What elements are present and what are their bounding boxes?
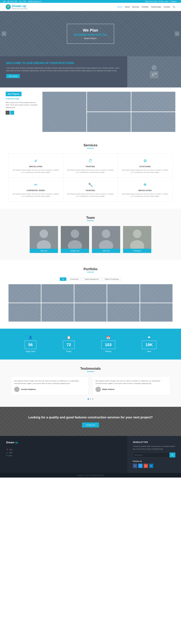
- testimonial-dot-1[interactable]: [88, 398, 89, 400]
- address-icon: 📍: [6, 449, 8, 451]
- team-photo-3: [92, 226, 120, 249]
- testimonial-card-2: Nam aliquam pretium feugiat. Duis sem es…: [93, 377, 170, 395]
- nav-about[interactable]: About: [125, 6, 130, 8]
- project-label: Project: [63, 350, 75, 352]
- stuccoing-icon: ⚙: [142, 158, 148, 164]
- nav-portfolio[interactable]: Portfolio: [142, 6, 149, 8]
- testimonial-pagination: [11, 398, 170, 400]
- logo-icon: 👷: [6, 4, 11, 10]
- team-member-name-3: John Lee: [103, 250, 109, 252]
- topbar-holidays[interactable]: Holidays: [171, 0, 177, 2]
- stat-meeting: 📅 103 Meeting: [101, 336, 115, 352]
- twitter-button[interactable]: t: [138, 464, 143, 468]
- member-1-photo: [30, 226, 58, 249]
- carpentry-icon: ✏: [33, 182, 39, 188]
- service-card-4: ✏ CARPENTRY WORK Nam aliquam pretium feu…: [9, 178, 63, 202]
- team-divider: [87, 220, 94, 221]
- facebook-button[interactable]: f: [133, 464, 137, 468]
- footer-address-text: XXX: [9, 449, 12, 450]
- topbar-hours[interactable]: Open Hours: Mon - Fri 8am - 6pm: [145, 0, 169, 2]
- social-links: f t g+ in: [133, 464, 175, 468]
- contact-button[interactable]: Contact Us: [82, 422, 99, 428]
- team-card-info-4: Thompson: [123, 249, 151, 253]
- portfolio-item-5: [140, 284, 173, 302]
- portfolio-item-7: [41, 303, 74, 322]
- testimonial-author-2: Walter Ashlock: [95, 387, 167, 392]
- service-title-1: BRICKLAYING: [12, 166, 60, 168]
- team-member-2: Joseph Lee: [61, 226, 89, 253]
- hero-slider: ‹ We Plan WE WORK HARD FOR YOU Smart Cho…: [0, 11, 181, 56]
- author-avatar-2: [95, 387, 101, 392]
- logo-sub: Dream up for your home: [12, 8, 27, 10]
- ideas-icon: ❤: [142, 336, 156, 340]
- top-bar-left: Call : +86 / 552 / 655 Fax : 555 info@ex…: [3, 0, 43, 2]
- service-title-4: CARPENTRY WORK: [12, 190, 60, 192]
- topbar-email[interactable]: info@example.com: [28, 0, 41, 2]
- projects-prev-button[interactable]: ‹: [6, 111, 10, 115]
- hero-tagline: Smart Choice !: [74, 37, 107, 40]
- filter-supply[interactable]: Supply Management: [82, 278, 101, 281]
- bricklaying-icon: ✔: [33, 158, 39, 164]
- hero-prev-button[interactable]: ‹: [2, 32, 6, 36]
- portfolio-item-3: [74, 284, 107, 302]
- nav-testimonials[interactable]: Testimonials: [151, 6, 161, 8]
- service-card-1: ✔ BRICKLAYING Nam aliquam pretium feugia…: [9, 154, 63, 178]
- footer-email-text: XXX: [9, 455, 12, 456]
- filter-model[interactable]: Model & Prototyping: [102, 278, 121, 281]
- projects-next-button[interactable]: ›: [10, 111, 14, 115]
- footer-logo: Dream up: [6, 441, 121, 444]
- team-grid: John Lee Joseph Lee: [8, 226, 173, 253]
- member-3-photo: [92, 226, 120, 249]
- nav-home[interactable]: Home: [117, 6, 122, 8]
- projects-section: Our Projects CONSTRUCTIONS Why not give …: [0, 88, 181, 136]
- projects-description: Why not give one of these popular themes…: [6, 101, 39, 109]
- nav-services[interactable]: Services: [132, 6, 139, 8]
- ideas-label: Ideas: [142, 350, 156, 352]
- googleplus-button[interactable]: g+: [144, 464, 148, 468]
- svg-rect-2: [152, 73, 154, 76]
- linkedin-button[interactable]: in: [149, 464, 153, 468]
- footer: Dream up 📍 XXX 📞 XXX ✉ XXX NEWSLETTER Co…: [0, 436, 181, 473]
- footer-left: Dream up 📍 XXX 📞 XXX ✉ XXX: [0, 436, 127, 473]
- testimonial-dot-3[interactable]: [92, 398, 93, 400]
- follow-title: Follow us: [133, 460, 175, 462]
- stats-section: 👤 56 Happy Client 📋 72 Project 📅 103 Mee…: [0, 329, 181, 360]
- hero-next-button[interactable]: ›: [175, 32, 179, 36]
- welcome-description: Lorem ipsum dolor sit amet, consectetur …: [6, 67, 121, 72]
- team-card-info-2: Joseph Lee: [61, 249, 89, 253]
- testimonial-dot-2[interactable]: [90, 398, 91, 400]
- filter-construction[interactable]: Construction: [67, 278, 81, 281]
- quote-button[interactable]: Get a Quote: [6, 74, 20, 78]
- search-icon[interactable]: 🔍: [173, 6, 175, 8]
- svg-point-11: [102, 230, 110, 238]
- nav-contact[interactable]: Contact: [164, 6, 170, 8]
- welcome-title: WELCOME TO OUR DREAM UP CONSTRUCTIONS: [6, 62, 121, 65]
- meeting-label: Meeting: [101, 350, 115, 352]
- service-desc-4: Nam aliquam pretium feugiat. Duis sem es…: [12, 193, 60, 198]
- topbar-phone[interactable]: Call : +86 / 552 / 655: [3, 0, 17, 2]
- project-image-4: [87, 112, 131, 132]
- testimonial-text-2: Nam aliquam pretium feugiat. Duis sem es…: [95, 380, 167, 385]
- project-image-1: [42, 92, 86, 132]
- welcome-text: WELCOME TO OUR DREAM UP CONSTRUCTIONS Lo…: [0, 56, 127, 88]
- project-icon: 📋: [63, 336, 75, 340]
- services-divider: [87, 148, 94, 148]
- main-nav: Home About Services Portfolio Testimonia…: [117, 6, 175, 8]
- top-bar-right: Open Hours: Mon - Fri 8am - 6pm Holidays: [145, 0, 178, 2]
- testimonials-title: Testimonials: [11, 366, 170, 370]
- logo-text: Dream up: [12, 4, 26, 8]
- service-card-2: ⏱ PAINTING Nam aliquam pretium feugiat. …: [63, 154, 118, 178]
- top-bar: Call : +86 / 552 / 655 Fax : 555 info@ex…: [0, 0, 181, 3]
- newsletter-title: NEWSLETTER: [133, 441, 175, 443]
- topbar-fax[interactable]: Fax : 555: [19, 0, 26, 2]
- filter-all[interactable]: All: [60, 278, 66, 281]
- portfolio-item-9: [107, 303, 140, 322]
- service-desc-3: Nam aliquam pretium feugiat. Duis sem es…: [121, 169, 169, 174]
- newsletter-email-input[interactable]: [133, 452, 170, 458]
- testimonial-card-1: Nam aliquam pretium feugiat. Duis sem es…: [11, 377, 88, 395]
- newsletter-submit-button[interactable]: ✔: [170, 452, 175, 458]
- portfolio-title: Portfolio: [8, 267, 173, 271]
- portfolio-item-8: [74, 303, 107, 322]
- member-4-photo: [123, 226, 151, 249]
- testimonial-author-1: Caroline Stephens: [14, 387, 86, 392]
